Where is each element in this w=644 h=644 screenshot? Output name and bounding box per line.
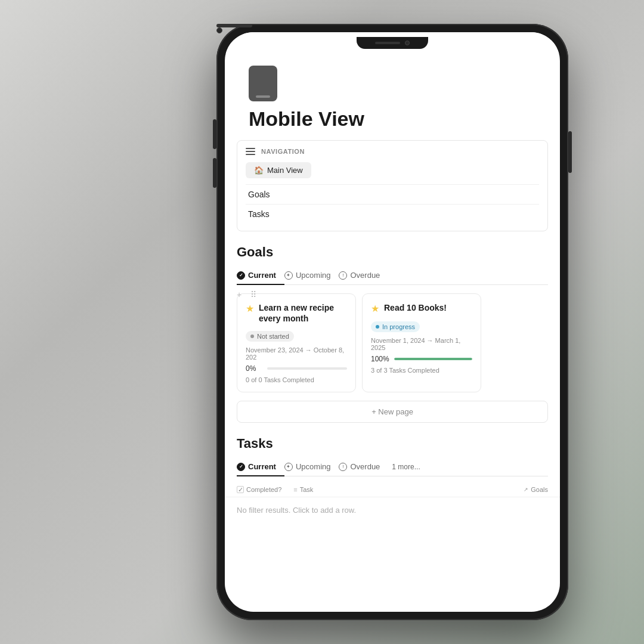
nav-link-tasks[interactable]: Tasks bbox=[246, 204, 539, 224]
notch-camera bbox=[216, 27, 222, 33]
goal-card-recipe-header: ★ Learn a new recipe every month bbox=[246, 302, 347, 324]
goal-date-recipe: November 23, 2024 → October 8, 202 bbox=[246, 346, 347, 361]
tab-star-icon: ✦ bbox=[284, 271, 293, 280]
th-goals: ↗ Goals bbox=[524, 486, 548, 493]
page-title: Mobile View bbox=[249, 107, 560, 131]
goals-tabs-row: ✓ Current ✦ Upcoming ! Overdue bbox=[237, 266, 548, 285]
progress-bar-bg-books bbox=[394, 358, 472, 360]
tasks-tabs-row: ✓ Current ✦ Upcoming ! Overdue 1 more... bbox=[237, 457, 548, 476]
add-controls: + ⠿ bbox=[233, 289, 259, 301]
th-goals-label: Goals bbox=[531, 486, 548, 493]
progress-pct-books: 100% bbox=[371, 355, 389, 363]
tasks-completed-recipe: 0 of 0 Tasks Completed bbox=[246, 376, 347, 383]
app-icon bbox=[249, 66, 277, 101]
main-view-button[interactable]: 🏠 Main View bbox=[246, 162, 311, 178]
tab-check-icon: ✓ bbox=[237, 271, 245, 280]
tab-tasks-overdue-label: Overdue bbox=[350, 462, 380, 471]
nav-header: NAVIGATION bbox=[246, 148, 539, 155]
tab-alert-icon: ! bbox=[339, 271, 347, 280]
th-task-label: Task bbox=[300, 486, 314, 493]
progress-row-recipe: 0% bbox=[246, 364, 347, 373]
vol-down-button bbox=[213, 158, 216, 188]
tab-tasks-star-icon: ✦ bbox=[284, 463, 293, 471]
no-results-message: No filter results. Click to add a row. bbox=[225, 497, 560, 523]
goal-title-books: Read 10 Books! bbox=[384, 302, 447, 313]
nav-link-goals[interactable]: Goals bbox=[246, 184, 539, 204]
tab-tasks-alert-icon: ! bbox=[339, 463, 347, 471]
status-dot-grey bbox=[250, 335, 254, 338]
goals-section-title: Goals bbox=[237, 244, 560, 260]
tab-tasks-check-icon: ✓ bbox=[237, 463, 245, 471]
nav-links: Goals Tasks bbox=[246, 184, 539, 224]
tab-goals-current[interactable]: ✓ Current bbox=[237, 266, 284, 284]
table-header: ✓ Completed? ≡ Task ↗ Goals bbox=[225, 482, 560, 497]
new-page-label: + New page bbox=[371, 407, 413, 416]
vol-up-button bbox=[213, 119, 216, 149]
tab-tasks-overdue[interactable]: ! Overdue bbox=[339, 457, 388, 476]
status-label-not-started: Not started bbox=[257, 333, 289, 340]
goal-card-books-header: ★ Read 10 Books! bbox=[371, 302, 472, 314]
hamburger-icon bbox=[246, 148, 255, 155]
list-icon: ≡ bbox=[293, 486, 297, 493]
status-badge-not-started: Not started bbox=[246, 331, 294, 342]
status-dot-blue bbox=[376, 325, 379, 329]
status-label-in-progress: In progress bbox=[382, 323, 415, 330]
tab-tasks-more[interactable]: 1 more... bbox=[392, 458, 420, 476]
checkbox-icon: ✓ bbox=[237, 486, 244, 493]
main-view-label: Main View bbox=[267, 166, 303, 175]
tab-goals-upcoming-label: Upcoming bbox=[296, 271, 331, 280]
screen-content: + ⠿ Mobile View NAVIGATION 🏠 bbox=[225, 32, 560, 612]
th-completed: ✓ Completed? bbox=[237, 486, 281, 493]
th-task: ≡ Task bbox=[293, 486, 313, 493]
star-icon-recipe: ★ bbox=[246, 303, 254, 314]
goal-date-books: November 1, 2024 → March 1, 2025 bbox=[371, 337, 472, 351]
drag-handle[interactable]: ⠿ bbox=[247, 289, 259, 301]
goal-title-recipe: Learn a new recipe every month bbox=[259, 302, 347, 324]
tasks-section: Tasks ✓ Current ✦ Upcoming ! Overdue bbox=[225, 436, 560, 523]
nav-label: NAVIGATION bbox=[261, 148, 305, 155]
tab-goals-upcoming[interactable]: ✦ Upcoming bbox=[284, 266, 339, 284]
th-completed-label: Completed? bbox=[246, 486, 281, 493]
tab-goals-overdue[interactable]: ! Overdue bbox=[339, 266, 388, 284]
tab-tasks-upcoming[interactable]: ✦ Upcoming bbox=[284, 457, 339, 476]
tab-tasks-current[interactable]: ✓ Current bbox=[237, 457, 284, 476]
tasks-completed-books: 3 of 3 Tasks Completed bbox=[371, 367, 472, 374]
tasks-section-title: Tasks bbox=[237, 436, 560, 451]
star-icon-books: ★ bbox=[371, 303, 379, 314]
tab-tasks-current-label: Current bbox=[248, 462, 276, 471]
tab-tasks-upcoming-label: Upcoming bbox=[296, 462, 331, 471]
tab-goals-overdue-label: Overdue bbox=[350, 271, 380, 280]
progress-bar-fill-books bbox=[394, 358, 472, 360]
home-icon: 🏠 bbox=[254, 166, 264, 175]
add-button[interactable]: + bbox=[233, 289, 245, 301]
phone-screen: + ⠿ Mobile View NAVIGATION 🏠 bbox=[225, 32, 560, 612]
navigation-block: NAVIGATION 🏠 Main View Goals Tasks bbox=[237, 140, 548, 231]
progress-pct-recipe: 0% bbox=[246, 364, 262, 373]
arrow-icon: ↗ bbox=[524, 487, 528, 493]
app-icon-bar bbox=[256, 95, 270, 98]
goal-card-recipe[interactable]: ★ Learn a new recipe every month Not sta… bbox=[237, 293, 356, 392]
goal-card-books[interactable]: ★ Read 10 Books! In progress November 1,… bbox=[362, 293, 481, 392]
status-badge-in-progress: In progress bbox=[371, 321, 420, 332]
notch-speaker bbox=[216, 24, 252, 27]
goals-cards: ★ Learn a new recipe every month Not sta… bbox=[237, 293, 548, 392]
power-button bbox=[568, 131, 572, 173]
tab-goals-current-label: Current bbox=[248, 271, 276, 280]
goals-section: Goals ✓ Current ✦ Upcoming ! Overdue bbox=[225, 244, 560, 423]
progress-bar-bg-recipe bbox=[267, 367, 347, 370]
progress-row-books: 100% bbox=[371, 355, 472, 363]
phone-frame: + ⠿ Mobile View NAVIGATION 🏠 bbox=[216, 24, 568, 620]
new-page-button[interactable]: + New page bbox=[237, 401, 548, 423]
